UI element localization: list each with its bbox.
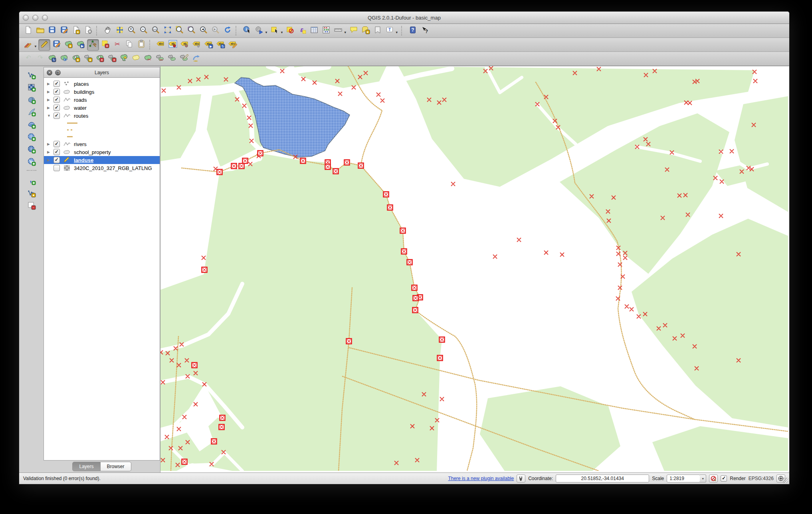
merge-attributes-button[interactable] [178,53,190,64]
copy-features-button[interactable] [124,40,135,50]
resize-grip[interactable] [783,478,788,483]
scale-combo-arrow-icon[interactable]: ▼ [700,474,706,482]
save-layer-edits-button[interactable] [51,40,62,50]
remove-layer-button[interactable]: − [26,201,37,212]
zoom-in-button[interactable]: + [126,26,137,36]
collapse-triangle-icon[interactable]: ▶ [47,150,52,154]
layer-visibility-checkbox[interactable]: ✓ [53,113,60,119]
new-bookmark-button[interactable]: ★ [360,26,371,36]
label-visibility-button[interactable]: abc [191,40,202,50]
measure-dropdown-arrow-icon[interactable]: ▼ [344,31,347,34]
collapse-triangle-icon[interactable]: ▶ [47,142,52,146]
add-wfs-layer-button[interactable] [26,157,37,168]
label-properties-button[interactable]: abc [227,40,238,50]
zoom-native-button[interactable]: 1:1 [150,26,161,36]
run-feature-action-dropdown-arrow-icon[interactable]: ▼ [265,31,268,34]
render-checkbox[interactable]: ✓ [721,475,727,482]
add-vector-layer-button[interactable] [26,70,37,81]
layer-visibility-checkbox[interactable]: ✓ [53,89,60,95]
collapse-triangle-icon[interactable]: ▶ [47,158,52,162]
move-feature-button[interactable]: ▶ [75,40,86,50]
tab-browser[interactable]: Browser [101,462,131,471]
label-rotate-button[interactable]: abc↻ [215,40,226,50]
plugin-icon[interactable] [517,474,525,482]
add-mssql-layer-button[interactable] [26,120,37,130]
text-annotation-dropdown-arrow-icon[interactable]: ▼ [395,31,398,34]
undo-button[interactable]: ↶ [23,53,34,64]
save-project-as-button[interactable] [59,26,70,36]
layer-item-water[interactable]: ▶✓water [44,104,160,112]
scale-combo[interactable]: 1:2819 [667,474,700,482]
node-tool-button[interactable] [87,39,99,51]
map-tips-button[interactable] [348,26,359,36]
current-edits-dropdown-arrow-icon[interactable]: ▼ [34,45,37,48]
rotate-feature-button[interactable]: ↻ [47,53,58,64]
simplify-feature-button[interactable] [59,53,70,64]
toggle-editing-button[interactable] [38,39,50,51]
collapse-triangle-icon[interactable]: ▶ [47,98,52,102]
pan-to-selection-button[interactable] [114,26,125,36]
layer-item-routes[interactable]: ▼✓routes [44,112,160,120]
layer-item-roads[interactable]: ▶✓roads [44,96,160,104]
label-move-button[interactable]: abc▶ [203,40,214,50]
coordinate-input[interactable]: 20.51852,-34.01434 [556,474,649,482]
new-print-composer-button[interactable]: ★ [71,26,82,36]
add-delimited-text-layer-button[interactable]: , [26,176,37,187]
text-annotation-button[interactable]: T [384,26,395,36]
new-project-button[interactable] [23,26,34,36]
select-by-expression-button[interactable]: ε [297,26,308,36]
stop-render-icon[interactable] [709,474,718,482]
plugin-link[interactable]: There is a new plugin available [448,476,514,481]
layer-visibility-checkbox[interactable]: ✓ [53,141,60,147]
save-project-button[interactable] [47,26,58,36]
split-features-button[interactable]: ✂ [143,53,154,64]
layer-item-school_property[interactable]: ▶✓school_property [44,148,160,156]
open-project-button[interactable] [35,26,46,36]
redo-button[interactable]: ↷ [35,53,46,64]
composer-manager-button[interactable] [83,26,94,36]
zoom-to-layer-button[interactable] [186,26,197,36]
zoom-last-button[interactable]: ◂ [198,26,209,36]
layer-visibility-checkbox[interactable]: ✓ [53,105,60,111]
new-shapefile-layer-button[interactable]: ★ [26,188,37,199]
open-attribute-table-button[interactable] [309,26,320,36]
map-refresh-button[interactable] [222,26,233,36]
whats-this-button[interactable]: ? [419,26,430,36]
layer-visibility-checkbox[interactable]: ✓ [53,149,60,155]
offset-curve-button[interactable] [190,53,202,64]
delete-ring-button[interactable]: ✕ [95,53,106,64]
select-features-dropdown-arrow-icon[interactable]: ▼ [280,31,283,34]
layer-visibility-checkbox[interactable]: ✓ [53,157,60,163]
layer-visibility-checkbox[interactable]: ✓ [53,97,60,103]
show-bookmarks-button[interactable] [372,26,383,36]
layer-item-places[interactable]: ▶✓places [44,80,160,88]
zoom-to-selection-button[interactable] [174,26,185,36]
identify-features-button[interactable]: i [242,26,253,36]
layer-visibility-checkbox[interactable] [53,165,60,171]
add-oracle-layer-button[interactable] [26,132,37,143]
zoom-full-button[interactable] [162,26,173,36]
layer-visibility-checkbox[interactable]: ✓ [53,81,60,87]
cut-features-button[interactable]: ✂ [112,40,123,50]
layer-item-rivers[interactable]: ▶✓rivers [44,140,160,148]
select-features-button[interactable] [269,26,280,36]
current-edits-button[interactable] [23,40,34,50]
pan-map-button[interactable] [102,26,113,36]
layer-item-landuse[interactable]: ▶✓landuse [44,156,160,164]
expanded-triangle-icon[interactable]: ▼ [47,114,52,118]
collapse-triangle-icon[interactable]: ▶ [47,82,52,86]
labeling-button[interactable]: abc [155,40,166,50]
tab-layers[interactable]: Layers [72,462,100,471]
collapse-triangle-icon[interactable]: ▶ [47,90,52,94]
layer-item-buildings[interactable]: ▶✓buildings [44,88,160,96]
split-parts-button[interactable]: ✂ [154,53,166,64]
zoom-next-button[interactable]: ▸ [210,26,221,36]
delete-part-button[interactable]: ✕ [107,53,118,64]
add-postgis-layer-button[interactable] [26,95,37,106]
measure-button[interactable] [333,26,344,36]
zoom-out-button[interactable]: − [138,26,149,36]
add-wms-layer-button[interactable] [26,144,37,155]
delete-selected-button[interactable]: ✕ [100,40,111,50]
run-feature-action-button[interactable] [254,26,265,36]
collapse-triangle-icon[interactable]: ▶ [47,106,52,110]
